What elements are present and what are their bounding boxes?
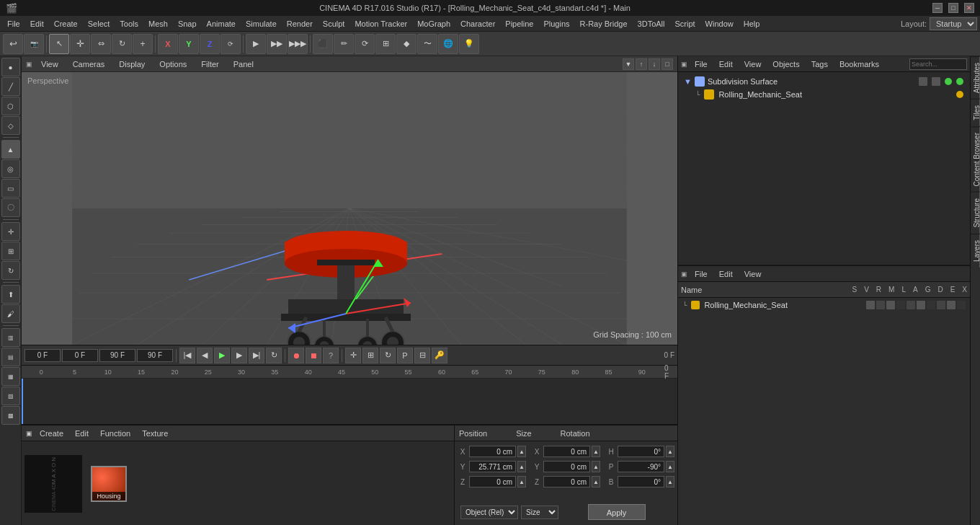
- pos-y-value[interactable]: 25.771 cm: [469, 461, 516, 472]
- am-tab-edit[interactable]: Edit: [715, 268, 737, 280]
- rot-h-value[interactable]: 0°: [618, 446, 664, 457]
- menu-edit[interactable]: Edit: [26, 18, 48, 30]
- rot-p-arrow[interactable]: ▲: [666, 461, 674, 472]
- pos-x-value[interactable]: 0 cm: [469, 446, 516, 457]
- rot-b-arrow[interactable]: ▲: [666, 476, 674, 488]
- layer2[interactable]: ▤: [1, 348, 20, 366]
- pos-z-value[interactable]: 0 cm: [469, 476, 516, 488]
- layout-select[interactable]: Startup: [930, 17, 977, 30]
- light-btn[interactable]: 💡: [459, 34, 479, 54]
- attr-flag-r[interactable]: [886, 301, 895, 309]
- vp-tab-options[interactable]: Options: [153, 58, 192, 70]
- render3-btn[interactable]: ▶▶▶: [288, 34, 308, 54]
- tl-loop[interactable]: ↻: [266, 348, 282, 363]
- om-tab-edit[interactable]: Edit: [715, 58, 737, 70]
- lasso-sel[interactable]: 〇: [1, 198, 20, 217]
- viewport[interactable]: Perspective Grid Spacing : 100 cm: [22, 72, 677, 345]
- scale-tool[interactable]: ⇔: [91, 34, 111, 54]
- mat-tab-edit[interactable]: Edit: [71, 428, 93, 439]
- vp-ctrl-4[interactable]: □: [662, 58, 673, 70]
- camera-btn[interactable]: 📷: [24, 34, 44, 54]
- restore-button[interactable]: □: [948, 3, 958, 13]
- tl-keyframe[interactable]: 🔑: [432, 348, 447, 363]
- menu-character[interactable]: Character: [456, 18, 499, 30]
- vp-tab-view[interactable]: View: [35, 58, 64, 70]
- poly-mode[interactable]: ⬡: [1, 97, 20, 115]
- menu-pipeline[interactable]: Pipeline: [501, 18, 538, 30]
- frame-current-field[interactable]: [62, 349, 98, 362]
- vp-ctrl-3[interactable]: ↓: [649, 58, 660, 70]
- tl-record[interactable]: ⏺: [288, 348, 304, 363]
- attr-flag-s[interactable]: [866, 301, 875, 309]
- om-render-icon[interactable]: [932, 77, 940, 86]
- array-btn[interactable]: ⊞: [375, 34, 396, 54]
- mat-tab-create[interactable]: Create: [35, 428, 68, 439]
- rotate-tool[interactable]: ↻: [112, 34, 132, 54]
- menu-mesh[interactable]: Mesh: [144, 18, 172, 30]
- tl-scale-key[interactable]: ⊞: [362, 348, 378, 363]
- menu-plugins[interactable]: Plugins: [539, 18, 574, 30]
- extrude-mode[interactable]: ⬆: [1, 285, 20, 304]
- x-axis-btn[interactable]: X: [158, 34, 178, 54]
- attr-flag-x[interactable]: [957, 301, 966, 309]
- cube-btn[interactable]: ⬛: [313, 34, 333, 54]
- rot-b-value[interactable]: 0°: [618, 476, 664, 488]
- menu-create[interactable]: Create: [50, 18, 82, 30]
- pos-x-arrow[interactable]: ▲: [517, 446, 526, 457]
- z-axis-btn[interactable]: Z: [200, 34, 220, 54]
- menu-render[interactable]: Render: [282, 18, 317, 30]
- render-btn[interactable]: ▶: [246, 34, 266, 54]
- obj-mode[interactable]: ◇: [1, 116, 20, 135]
- size-x-value[interactable]: 0 cm: [543, 446, 590, 457]
- attr-flag-e[interactable]: [947, 301, 956, 309]
- undo-btn[interactable]: ↩: [3, 34, 23, 54]
- size-z-arrow[interactable]: ▲: [592, 476, 600, 488]
- attr-flag-l[interactable]: [906, 301, 915, 309]
- om-item-subdivision[interactable]: ▼ Subdivision Surface: [681, 75, 967, 88]
- deform-btn[interactable]: 〜: [417, 34, 437, 54]
- points-mode[interactable]: ●: [1, 58, 20, 76]
- om-tab-tags[interactable]: Tags: [807, 58, 832, 70]
- multiaxis-tool[interactable]: +: [133, 34, 153, 54]
- paint-mode[interactable]: 🖌: [1, 304, 20, 323]
- tab-attributes[interactable]: Attributes: [971, 56, 980, 99]
- layer3[interactable]: ▦: [1, 367, 20, 386]
- tab-layers[interactable]: Layers: [971, 234, 980, 268]
- om-tab-bookmarks[interactable]: Bookmarks: [835, 58, 883, 70]
- tl-prev-frame[interactable]: ◀: [197, 348, 213, 363]
- move-tool[interactable]: ✛: [70, 34, 90, 54]
- menu-window[interactable]: Window: [701, 18, 738, 30]
- menu-mograph[interactable]: MoGraph: [413, 18, 455, 30]
- tl-play[interactable]: ▶: [214, 348, 230, 363]
- attr-flag-d[interactable]: [937, 301, 945, 309]
- menu-animate[interactable]: Animate: [202, 18, 240, 30]
- attr-flag-v[interactable]: [876, 301, 885, 309]
- tl-grid[interactable]: ⊟: [414, 348, 430, 363]
- vp-ctrl-2[interactable]: ↑: [636, 58, 647, 70]
- om-tab-view[interactable]: View: [740, 58, 766, 70]
- tl-stop[interactable]: ⏹: [306, 348, 321, 363]
- menu-snap[interactable]: Snap: [174, 18, 201, 30]
- om-item-rolling-seat[interactable]: └ Rolling_Mechanic_Seat: [681, 88, 967, 101]
- am-tab-file[interactable]: File: [690, 268, 712, 280]
- edges-mode[interactable]: ╱: [1, 77, 20, 96]
- rect-sel[interactable]: ▭: [1, 179, 20, 198]
- menu-simulate[interactable]: Simulate: [241, 18, 281, 30]
- tab-structure[interactable]: Structure: [971, 192, 980, 234]
- menu-select[interactable]: Select: [84, 18, 115, 30]
- layer4[interactable]: ▧: [1, 387, 20, 405]
- scene-btn[interactable]: 🌐: [438, 34, 458, 54]
- pos-y-arrow[interactable]: ▲: [517, 461, 526, 472]
- rotate-mode2[interactable]: ↻: [1, 261, 20, 280]
- tl-goto-start[interactable]: |◀: [179, 348, 195, 363]
- coord-system-select[interactable]: Object (Rel) World: [460, 506, 518, 519]
- menu-help[interactable]: Help: [739, 18, 765, 30]
- move-mode2[interactable]: ✛: [1, 222, 20, 241]
- layer1[interactable]: ▥: [1, 328, 20, 347]
- om-tab-objects[interactable]: Objects: [768, 58, 803, 70]
- am-tab-view[interactable]: View: [740, 268, 766, 280]
- select-tool[interactable]: ↖: [49, 34, 69, 54]
- size-y-value[interactable]: 0 cm: [543, 461, 590, 472]
- close-button[interactable]: ✕: [964, 3, 974, 13]
- menu-motion-tracker[interactable]: Motion Tracker: [350, 18, 411, 30]
